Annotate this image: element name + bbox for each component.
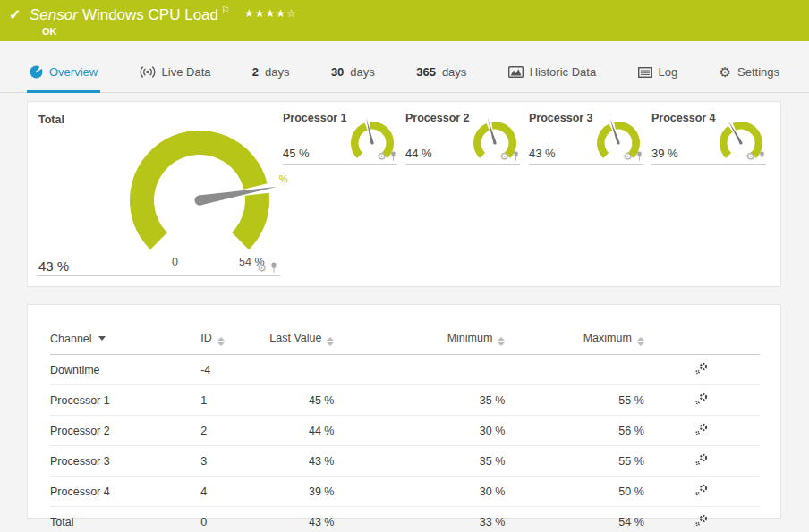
column-header-channel[interactable]: Channel <box>50 332 200 355</box>
cell-id: 4 <box>200 477 269 507</box>
tab-2-days[interactable]: 2 days <box>250 54 293 93</box>
cell-maximum: 54 % <box>505 507 644 532</box>
table-header-row: Channel ID Last Value Minimum Maximum <box>50 332 760 355</box>
sort-icon <box>498 337 505 346</box>
status-badge: OK <box>42 26 57 37</box>
cell-maximum: 55 % <box>505 446 644 477</box>
tab-number: 2 <box>252 65 259 79</box>
cell-channel[interactable]: Processor 4 <box>50 477 200 507</box>
cell-channel[interactable]: Downtime <box>50 355 200 385</box>
stars-filled: ★★★★ <box>244 7 286 20</box>
gauge-last-value: 43 % <box>38 258 69 274</box>
sort-desc-icon <box>98 336 106 341</box>
gauge-cell-processor-3: Processor 3 43 % ⚙ <box>529 111 643 165</box>
gauge-cell-total: Total % 0 54 % 43 % ⚙ <box>37 111 280 276</box>
priority-stars[interactable]: ★★★★☆ <box>244 7 297 20</box>
gear-icon[interactable]: ⚙ <box>499 151 509 162</box>
cell-channel[interactable]: Total <box>50 507 200 532</box>
gear-icon[interactable]: ⚙ <box>377 151 387 162</box>
channel-settings-gears-icon[interactable] <box>694 392 709 406</box>
cell-maximum <box>505 355 644 385</box>
gauge-cell-actions: ⚙ <box>257 262 278 274</box>
gear-icon[interactable]: ⚙ <box>745 151 755 162</box>
gauge-icon <box>30 65 43 79</box>
area-chart-icon <box>508 66 524 78</box>
tab-label: days <box>350 65 374 79</box>
table-row-total: Total043 %33 %54 % <box>50 507 760 532</box>
pin-icon[interactable] <box>269 262 278 274</box>
cell-last-value: 39 % <box>269 477 334 507</box>
gauge-cell-processor-4: Processor 4 39 % ⚙ <box>651 111 766 165</box>
tab-bar: Overview Live Data 2 days 30 days 365 da… <box>0 54 809 93</box>
channel-settings-gears-icon[interactable] <box>694 422 709 436</box>
tab-log[interactable]: Log <box>635 54 681 93</box>
sort-icon <box>217 337 225 346</box>
cell-id: 2 <box>200 416 269 446</box>
cell-channel[interactable]: Processor 3 <box>50 446 200 477</box>
gauge-cell-processor-2: Processor 2 44 % ⚙ <box>405 111 520 165</box>
gauge-title: Processor 2 <box>405 112 470 124</box>
tab-live-data[interactable]: Live Data <box>137 54 214 93</box>
tab-label: days <box>442 65 466 79</box>
cell-maximum: 50 % <box>505 477 644 507</box>
cell-channel[interactable]: Processor 2 <box>50 416 200 446</box>
gauge-last-value: 43 % <box>529 147 556 160</box>
sort-icon <box>327 337 334 346</box>
cell-minimum: 33 % <box>334 507 505 532</box>
cell-channel[interactable]: Processor 1 <box>50 385 200 416</box>
cell-last-value: 43 % <box>269 446 334 477</box>
column-header-minimum[interactable]: Minimum <box>334 332 505 355</box>
gauges-panel: Total % 0 54 % 43 % ⚙ Processor 1 45 % ⚙… <box>27 101 781 287</box>
cell-minimum <box>334 355 505 385</box>
sensor-status-header: ✓ SensorWindows CPU Load⚐★★★★☆ OK <box>0 0 809 41</box>
column-header-last-value[interactable]: Last Value <box>269 332 334 355</box>
gear-icon[interactable]: ⚙ <box>257 263 267 274</box>
tab-settings[interactable]: ⚙ Settings <box>717 54 782 93</box>
tab-label: Live Data <box>162 65 211 79</box>
gauge-last-value: 45 % <box>283 147 310 160</box>
gauge-title: Processor 3 <box>529 112 593 124</box>
column-header-actions <box>644 332 760 355</box>
pin-icon[interactable] <box>512 151 520 162</box>
gauge-title: Total <box>38 114 64 126</box>
column-header-maximum[interactable]: Maximum <box>505 332 644 355</box>
pin-icon[interactable] <box>758 151 766 162</box>
gauge-scale-min: 0 <box>172 256 178 268</box>
gauge-last-value: 44 % <box>405 147 432 160</box>
cell-maximum: 55 % <box>505 385 644 416</box>
cell-minimum: 30 % <box>334 477 505 507</box>
channel-settings-gears-icon[interactable] <box>694 361 709 376</box>
gauge-cell-actions: ⚙ <box>377 151 397 162</box>
channel-settings-gears-icon[interactable] <box>694 513 709 528</box>
gauge-last-value: 39 % <box>651 147 678 160</box>
table-row-processor-2: Processor 2244 %30 %56 % <box>50 416 760 446</box>
channel-settings-gears-icon[interactable] <box>694 483 709 497</box>
cell-last-value: 45 % <box>269 385 334 416</box>
tab-365-days[interactable]: 365 days <box>413 54 469 93</box>
pin-icon[interactable] <box>389 151 397 162</box>
star-empty: ☆ <box>286 7 297 20</box>
pin-icon[interactable] <box>635 151 643 162</box>
tab-overview[interactable]: Overview <box>27 54 100 93</box>
gauge-cell-actions: ⚙ <box>623 151 643 162</box>
cell-last-value: 43 % <box>269 507 334 532</box>
cell-id: 1 <box>200 385 269 416</box>
gauge-cell-processor-1: Processor 1 45 % ⚙ <box>283 111 397 165</box>
cell-minimum: 35 % <box>334 446 505 477</box>
broadcast-icon <box>140 66 156 78</box>
table-row-downtime: Downtime-4 <box>50 355 760 385</box>
tab-30-days[interactable]: 30 days <box>328 54 378 93</box>
tab-historic-data[interactable]: Historic Data <box>506 54 599 93</box>
gear-icon[interactable]: ⚙ <box>623 151 633 162</box>
svg-text:%: % <box>279 173 288 184</box>
tab-label: Overview <box>49 65 98 79</box>
flag-icon[interactable]: ⚐ <box>221 4 230 15</box>
status-ok-check-icon: ✓ <box>9 6 21 23</box>
channel-settings-gears-icon[interactable] <box>694 452 709 467</box>
cell-id: 0 <box>200 507 269 532</box>
tab-label: Settings <box>737 65 779 79</box>
sensor-title-prefix: Sensor <box>30 6 78 23</box>
cell-id: 3 <box>200 446 269 477</box>
tab-number: 365 <box>416 65 436 79</box>
column-header-id[interactable]: ID <box>200 332 269 355</box>
